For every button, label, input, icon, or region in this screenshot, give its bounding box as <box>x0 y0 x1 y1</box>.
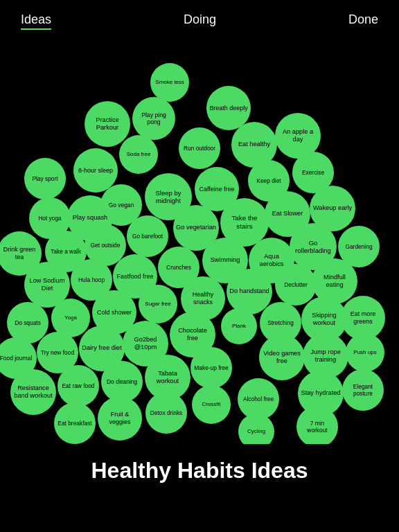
bubble-item[interactable]: Play ping pong <box>132 97 175 140</box>
bubble-item[interactable]: Eat raw food <box>57 365 99 407</box>
bubble-item[interactable]: Plank <box>221 308 257 344</box>
bubble-item[interactable]: Crossfit <box>192 385 231 424</box>
bubble-item[interactable]: Cycling <box>238 414 274 444</box>
bubble-item[interactable]: Practice Parkour <box>85 101 130 147</box>
bubble-chart: Smoke lessBreath deeplyPlay ping pongPra… <box>0 35 399 444</box>
title-section: Healthy Habits Ideas <box>0 444 399 504</box>
bubble-item[interactable]: Detox drinks <box>145 392 187 434</box>
bubble-item[interactable]: Sugar free <box>139 285 177 323</box>
tab-ideas[interactable]: Ideas <box>21 12 51 30</box>
bubble-item[interactable]: Push ups <box>346 333 384 372</box>
header: Ideas Doing Done <box>0 0 399 35</box>
bubble-item[interactable]: 7 min workout <box>296 406 338 444</box>
bubble-item[interactable]: Smoke less <box>150 63 189 102</box>
bubble-item[interactable]: Soda free <box>119 135 158 174</box>
bubble-item[interactable]: Declutter <box>275 264 317 305</box>
tab-doing[interactable]: Doing <box>184 12 216 30</box>
page-title: Healthy Habits Ideas <box>14 458 385 484</box>
bubble-item[interactable]: Video games free <box>259 335 305 380</box>
bubble-item[interactable]: Run outdoor <box>179 127 220 169</box>
bubble-item[interactable]: Fruit & veggies <box>98 396 142 441</box>
tab-done[interactable]: Done <box>348 12 378 30</box>
bubble-item[interactable]: Elegant posture <box>342 369 384 411</box>
bubble-item[interactable]: Eat breakfast <box>54 402 96 444</box>
bubble-item[interactable]: Play sport <box>24 158 66 200</box>
bubble-item[interactable]: Make-up free <box>190 347 232 389</box>
bubble-item[interactable]: Go barefoot <box>127 215 168 257</box>
bubble-item[interactable]: Resistance band workout <box>10 369 56 415</box>
